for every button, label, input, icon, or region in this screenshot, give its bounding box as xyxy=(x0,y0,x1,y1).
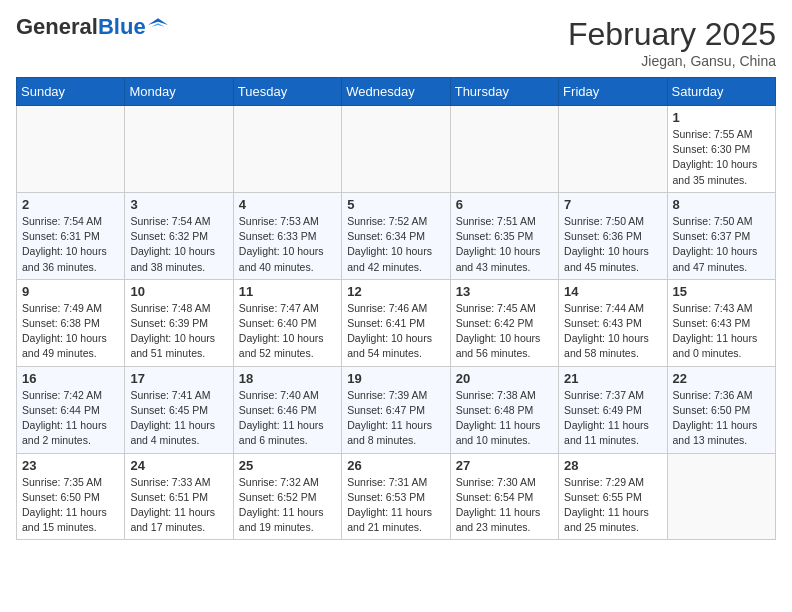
day-number: 21 xyxy=(564,371,661,386)
calendar-cell: 18Sunrise: 7:40 AMSunset: 6:46 PMDayligh… xyxy=(233,366,341,453)
title-block: February 2025 Jiegan, Gansu, China xyxy=(568,16,776,69)
day-info: Sunrise: 7:50 AMSunset: 6:36 PMDaylight:… xyxy=(564,214,661,275)
day-number: 9 xyxy=(22,284,119,299)
calendar-week-row: 1Sunrise: 7:55 AMSunset: 6:30 PMDaylight… xyxy=(17,106,776,193)
day-info: Sunrise: 7:39 AMSunset: 6:47 PMDaylight:… xyxy=(347,388,444,449)
calendar-cell: 4Sunrise: 7:53 AMSunset: 6:33 PMDaylight… xyxy=(233,192,341,279)
day-number: 27 xyxy=(456,458,553,473)
day-info: Sunrise: 7:30 AMSunset: 6:54 PMDaylight:… xyxy=(456,475,553,536)
calendar-cell: 25Sunrise: 7:32 AMSunset: 6:52 PMDayligh… xyxy=(233,453,341,540)
day-number: 7 xyxy=(564,197,661,212)
calendar-cell: 7Sunrise: 7:50 AMSunset: 6:36 PMDaylight… xyxy=(559,192,667,279)
calendar-cell xyxy=(125,106,233,193)
calendar-cell xyxy=(342,106,450,193)
weekday-header-thursday: Thursday xyxy=(450,78,558,106)
calendar-week-row: 16Sunrise: 7:42 AMSunset: 6:44 PMDayligh… xyxy=(17,366,776,453)
calendar-cell: 12Sunrise: 7:46 AMSunset: 6:41 PMDayligh… xyxy=(342,279,450,366)
day-info: Sunrise: 7:51 AMSunset: 6:35 PMDaylight:… xyxy=(456,214,553,275)
calendar-cell: 14Sunrise: 7:44 AMSunset: 6:43 PMDayligh… xyxy=(559,279,667,366)
page-header: GeneralBlue February 2025 Jiegan, Gansu,… xyxy=(16,16,776,69)
location: Jiegan, Gansu, China xyxy=(568,53,776,69)
calendar-cell: 8Sunrise: 7:50 AMSunset: 6:37 PMDaylight… xyxy=(667,192,775,279)
day-info: Sunrise: 7:44 AMSunset: 6:43 PMDaylight:… xyxy=(564,301,661,362)
day-info: Sunrise: 7:46 AMSunset: 6:41 PMDaylight:… xyxy=(347,301,444,362)
calendar-cell: 24Sunrise: 7:33 AMSunset: 6:51 PMDayligh… xyxy=(125,453,233,540)
weekday-header-monday: Monday xyxy=(125,78,233,106)
day-number: 15 xyxy=(673,284,770,299)
calendar-cell: 27Sunrise: 7:30 AMSunset: 6:54 PMDayligh… xyxy=(450,453,558,540)
calendar-table: SundayMondayTuesdayWednesdayThursdayFrid… xyxy=(16,77,776,540)
calendar-week-row: 2Sunrise: 7:54 AMSunset: 6:31 PMDaylight… xyxy=(17,192,776,279)
day-number: 8 xyxy=(673,197,770,212)
calendar-cell: 11Sunrise: 7:47 AMSunset: 6:40 PMDayligh… xyxy=(233,279,341,366)
calendar-cell: 1Sunrise: 7:55 AMSunset: 6:30 PMDaylight… xyxy=(667,106,775,193)
day-info: Sunrise: 7:45 AMSunset: 6:42 PMDaylight:… xyxy=(456,301,553,362)
day-info: Sunrise: 7:52 AMSunset: 6:34 PMDaylight:… xyxy=(347,214,444,275)
day-number: 24 xyxy=(130,458,227,473)
day-info: Sunrise: 7:41 AMSunset: 6:45 PMDaylight:… xyxy=(130,388,227,449)
weekday-header-saturday: Saturday xyxy=(667,78,775,106)
day-number: 26 xyxy=(347,458,444,473)
day-number: 11 xyxy=(239,284,336,299)
calendar-cell: 13Sunrise: 7:45 AMSunset: 6:42 PMDayligh… xyxy=(450,279,558,366)
day-info: Sunrise: 7:55 AMSunset: 6:30 PMDaylight:… xyxy=(673,127,770,188)
day-number: 10 xyxy=(130,284,227,299)
day-number: 3 xyxy=(130,197,227,212)
day-info: Sunrise: 7:33 AMSunset: 6:51 PMDaylight:… xyxy=(130,475,227,536)
calendar-week-row: 23Sunrise: 7:35 AMSunset: 6:50 PMDayligh… xyxy=(17,453,776,540)
calendar-cell xyxy=(233,106,341,193)
calendar-cell xyxy=(17,106,125,193)
day-number: 22 xyxy=(673,371,770,386)
day-info: Sunrise: 7:49 AMSunset: 6:38 PMDaylight:… xyxy=(22,301,119,362)
weekday-header-row: SundayMondayTuesdayWednesdayThursdayFrid… xyxy=(17,78,776,106)
calendar-cell: 2Sunrise: 7:54 AMSunset: 6:31 PMDaylight… xyxy=(17,192,125,279)
day-info: Sunrise: 7:38 AMSunset: 6:48 PMDaylight:… xyxy=(456,388,553,449)
svg-marker-1 xyxy=(151,23,164,26)
day-info: Sunrise: 7:50 AMSunset: 6:37 PMDaylight:… xyxy=(673,214,770,275)
month-title: February 2025 xyxy=(568,16,776,53)
calendar-cell: 16Sunrise: 7:42 AMSunset: 6:44 PMDayligh… xyxy=(17,366,125,453)
calendar-cell: 9Sunrise: 7:49 AMSunset: 6:38 PMDaylight… xyxy=(17,279,125,366)
weekday-header-tuesday: Tuesday xyxy=(233,78,341,106)
day-number: 25 xyxy=(239,458,336,473)
day-info: Sunrise: 7:37 AMSunset: 6:49 PMDaylight:… xyxy=(564,388,661,449)
day-info: Sunrise: 7:29 AMSunset: 6:55 PMDaylight:… xyxy=(564,475,661,536)
calendar-cell: 17Sunrise: 7:41 AMSunset: 6:45 PMDayligh… xyxy=(125,366,233,453)
day-number: 23 xyxy=(22,458,119,473)
day-number: 18 xyxy=(239,371,336,386)
calendar-cell xyxy=(667,453,775,540)
calendar-week-row: 9Sunrise: 7:49 AMSunset: 6:38 PMDaylight… xyxy=(17,279,776,366)
day-number: 12 xyxy=(347,284,444,299)
day-info: Sunrise: 7:40 AMSunset: 6:46 PMDaylight:… xyxy=(239,388,336,449)
day-number: 4 xyxy=(239,197,336,212)
calendar-cell: 21Sunrise: 7:37 AMSunset: 6:49 PMDayligh… xyxy=(559,366,667,453)
logo-icon xyxy=(148,18,168,32)
day-info: Sunrise: 7:53 AMSunset: 6:33 PMDaylight:… xyxy=(239,214,336,275)
calendar-cell: 28Sunrise: 7:29 AMSunset: 6:55 PMDayligh… xyxy=(559,453,667,540)
weekday-header-wednesday: Wednesday xyxy=(342,78,450,106)
calendar-cell: 26Sunrise: 7:31 AMSunset: 6:53 PMDayligh… xyxy=(342,453,450,540)
day-number: 2 xyxy=(22,197,119,212)
weekday-header-sunday: Sunday xyxy=(17,78,125,106)
day-info: Sunrise: 7:32 AMSunset: 6:52 PMDaylight:… xyxy=(239,475,336,536)
calendar-cell: 10Sunrise: 7:48 AMSunset: 6:39 PMDayligh… xyxy=(125,279,233,366)
day-number: 6 xyxy=(456,197,553,212)
calendar-cell: 20Sunrise: 7:38 AMSunset: 6:48 PMDayligh… xyxy=(450,366,558,453)
day-info: Sunrise: 7:48 AMSunset: 6:39 PMDaylight:… xyxy=(130,301,227,362)
day-number: 16 xyxy=(22,371,119,386)
day-number: 19 xyxy=(347,371,444,386)
day-info: Sunrise: 7:54 AMSunset: 6:31 PMDaylight:… xyxy=(22,214,119,275)
day-number: 17 xyxy=(130,371,227,386)
day-info: Sunrise: 7:43 AMSunset: 6:43 PMDaylight:… xyxy=(673,301,770,362)
calendar-cell: 3Sunrise: 7:54 AMSunset: 6:32 PMDaylight… xyxy=(125,192,233,279)
day-info: Sunrise: 7:54 AMSunset: 6:32 PMDaylight:… xyxy=(130,214,227,275)
calendar-cell: 23Sunrise: 7:35 AMSunset: 6:50 PMDayligh… xyxy=(17,453,125,540)
day-info: Sunrise: 7:35 AMSunset: 6:50 PMDaylight:… xyxy=(22,475,119,536)
day-info: Sunrise: 7:36 AMSunset: 6:50 PMDaylight:… xyxy=(673,388,770,449)
logo: GeneralBlue xyxy=(16,16,168,38)
day-number: 20 xyxy=(456,371,553,386)
day-info: Sunrise: 7:42 AMSunset: 6:44 PMDaylight:… xyxy=(22,388,119,449)
calendar-cell xyxy=(559,106,667,193)
weekday-header-friday: Friday xyxy=(559,78,667,106)
day-number: 28 xyxy=(564,458,661,473)
